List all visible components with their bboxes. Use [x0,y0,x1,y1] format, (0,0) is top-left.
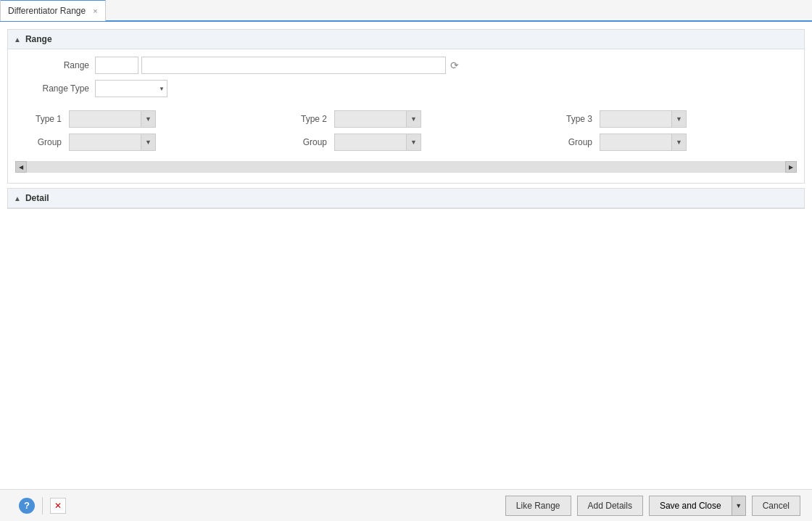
group3-row: Group ▼ [553,134,790,151]
range-section-header[interactable]: ▲ Range [8,30,804,49]
type1-input[interactable] [69,110,141,128]
save-and-close-button[interactable]: Save and Close [649,496,732,516]
tab-bar: Differentiator Range × [0,0,812,22]
type1-dropdown-btn[interactable]: ▼ [141,110,156,128]
type2-dropdown-btn[interactable]: ▼ [407,110,421,128]
type-col-1: Type 1 ▼ Group ▼ [22,110,259,151]
type-group-area: Type 1 ▼ Group ▼ [8,103,804,158]
group1-dropdown-btn[interactable]: ▼ [141,134,156,151]
range-type-row: Range Type [8,80,804,97]
group3-input[interactable] [600,134,672,151]
range-type-label: Range Type [22,83,95,94]
range-input-row: Range ⟳ [8,57,804,74]
save-and-close-dropdown[interactable]: ▼ [732,496,746,516]
type3-dropdown-btn[interactable]: ▼ [672,110,687,128]
type3-row: Type 3 ▼ [553,110,790,128]
group3-dropdown-btn[interactable]: ▼ [672,134,687,151]
range-field-label: Range [22,60,95,70]
range-section: ▲ Range Range ⟳ Range Type [7,29,805,184]
range-collapse-icon[interactable]: ▲ [14,36,21,44]
range-type-select[interactable] [95,80,167,97]
type2-input[interactable] [334,110,407,128]
scroll-right-btn[interactable]: ▶ [785,161,797,173]
type2-label: Type 2 [288,114,331,124]
group2-label: Group [288,137,331,147]
group1-label: Group [22,137,66,147]
range-type-select-wrapper[interactable] [95,80,167,97]
detail-section-title: Detail [25,193,49,203]
group3-select-wrapper: ▼ [600,134,687,151]
footer: ? ✕ Like Range Add Details Save and Clos… [0,489,812,521]
tab-close-icon[interactable]: × [93,7,97,15]
group2-select-wrapper: ▼ [334,134,421,151]
scroll-left-btn[interactable]: ◀ [15,161,27,173]
detail-section: ▲ Detail [7,188,805,209]
type3-select-wrapper: ▼ [600,110,687,128]
help-icon[interactable]: ? [19,498,35,514]
detail-collapse-icon[interactable]: ▲ [14,194,21,202]
tab-differentiator-range[interactable]: Differentiator Range × [0,0,106,21]
group1-input[interactable] [69,134,141,151]
group1-select-wrapper: ▼ [69,134,156,151]
discard-icon[interactable]: ✕ [50,498,66,514]
tab-label: Differentiator Range [8,6,86,16]
main-content: ▲ Range Range ⟳ Range Type [0,22,812,489]
range-input-large[interactable] [141,57,446,74]
save-and-close-wrapper: Save and Close ▼ [649,496,746,516]
range-section-title: Range [25,34,52,44]
group2-input[interactable] [334,134,407,151]
cancel-button[interactable]: Cancel [752,496,800,516]
add-details-button[interactable]: Add Details [577,496,643,516]
detail-section-header[interactable]: ▲ Detail [8,189,804,208]
footer-separator [42,497,43,514]
group2-row: Group ▼ [288,134,524,151]
range-refresh-icon[interactable]: ⟳ [450,60,459,71]
horizontal-scrollbar[interactable]: ◀ ▶ [15,161,797,173]
group2-dropdown-btn[interactable]: ▼ [407,134,421,151]
type2-row: Type 2 ▼ [288,110,524,128]
range-input-small[interactable] [95,57,138,74]
group3-label: Group [553,137,597,147]
type3-label: Type 3 [553,114,597,124]
range-section-body: Range ⟳ Range Type Type 1 [8,49,804,183]
type-col-3: Type 3 ▼ Group ▼ [553,110,790,151]
type1-row: Type 1 ▼ [22,110,259,128]
group1-row: Group ▼ [22,134,259,151]
like-range-button[interactable]: Like Range [505,496,571,516]
type-col-2: Type 2 ▼ Group ▼ [288,110,524,151]
type1-label: Type 1 [22,114,66,124]
scroll-track[interactable] [27,161,785,173]
type2-select-wrapper: ▼ [334,110,421,128]
footer-left: ? ✕ [19,497,66,514]
type1-select-wrapper: ▼ [69,110,156,128]
type3-input[interactable] [600,110,672,128]
